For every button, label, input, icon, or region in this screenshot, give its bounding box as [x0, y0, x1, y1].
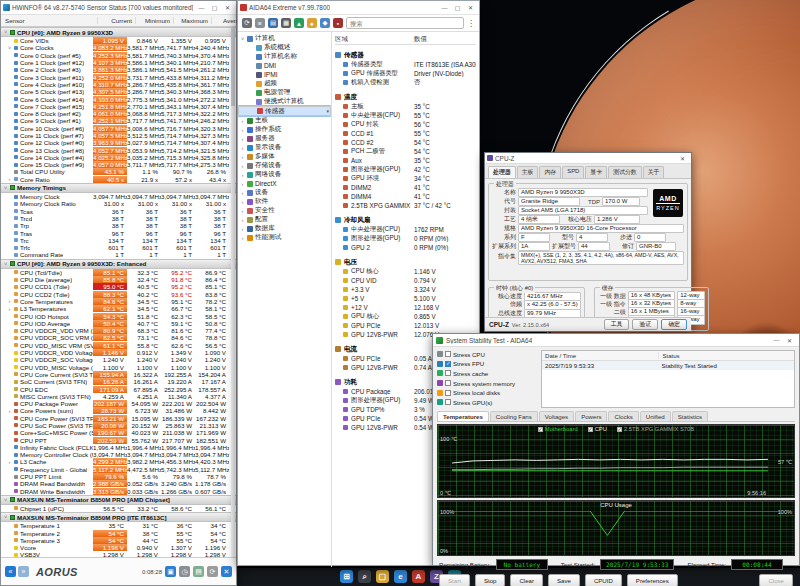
tree-item-DMI[interactable]: DMI: [238, 61, 331, 70]
sensor-value-row[interactable]: Aux35 °C: [335, 156, 476, 165]
tree-item-IPMI[interactable]: IPMI: [238, 70, 331, 79]
sensor-row[interactable]: Core VIDs1.095 V0.846 V1.355 V0.995 V: [1, 37, 236, 44]
sensor-row[interactable]: ›Core Temperatures84.6 °C34.5 °C95.1 °C7…: [1, 298, 236, 305]
sensor-row[interactable]: CPU VDD_MISC Voltage (SVI3 TFN)1.100 V1.…: [1, 363, 236, 370]
favorites-icon[interactable]: ▪: [333, 18, 343, 28]
validate-button[interactable]: 验证: [632, 319, 658, 330]
cpuz-titlebar[interactable]: CPU-Z: [485, 153, 691, 164]
sensor-row[interactable]: DRAM Read Bandwidth2.988 GB/s0.052 GB/s3…: [1, 480, 236, 487]
tab-主板[interactable]: 主板: [517, 166, 539, 178]
sensor-row[interactable]: ›L3 Temperatures62.1 °C34.5 °C66.7 °C58.…: [1, 305, 236, 312]
sensor-row[interactable]: Core 8 Clock (perf #2)4,061.0 MHz3,068.8…: [1, 110, 236, 117]
sensor-value-row[interactable]: GPU 环境34 °C: [335, 174, 476, 183]
cpuid-button[interactable]: CPUID: [585, 574, 622, 586]
legend-checkbox[interactable]: [617, 427, 622, 432]
sensor-value-row[interactable]: +5 V5.100 V: [335, 294, 476, 303]
sensor-value-row[interactable]: +3.3 V3.324 V: [335, 285, 476, 294]
stop-button[interactable]: Stop: [475, 574, 506, 586]
sensor-row[interactable]: CPU VDD_MISC VRM (SVI3 TFN)61.1 °C55.8 °…: [1, 342, 236, 349]
sensor-row[interactable]: Trp38 T38 T38 T38 T: [1, 222, 236, 229]
tools-button[interactable]: 工具: [604, 319, 630, 330]
tab-SPD[interactable]: SPD: [562, 166, 584, 178]
sensor-row[interactable]: Vcore1.196 V0.940 V1.307 V1.196 V: [1, 544, 236, 551]
sensor-row[interactable]: Trcd38 T38 T38 T38 T: [1, 215, 236, 222]
sensor-row[interactable]: Core 13 Clock (perf #8)4,052.7 MHz3,053.…: [1, 146, 236, 153]
search-input[interactable]: [346, 17, 464, 29]
sensor-row[interactable]: CPU Core Current (SVI3 TFN)155.94 A16.32…: [1, 371, 236, 378]
sensor-row[interactable]: Infinity Fabric Clock (FCLK)1,996.4 MHz1…: [1, 444, 236, 451]
sensors-icon[interactable]: ▣: [165, 566, 176, 577]
sensor-value-row[interactable]: PCH 二极管54 °C: [335, 147, 476, 156]
sensor-row[interactable]: DRAM Write Bandwidth3.313 GB/s0.033 GB/s…: [1, 488, 236, 495]
log-column-status[interactable]: Status: [659, 352, 794, 359]
sensor-value-row[interactable]: GPU 核心0.865 V: [335, 312, 476, 321]
minimize-button[interactable]: [195, 3, 208, 13]
sensor-row[interactable]: CPU PPT Limit79.6 %5.6 %79.8 %78.7 %: [1, 473, 236, 480]
close-button[interactable]: [676, 153, 689, 163]
sensor-row[interactable]: Core 10 Clock (perf #6)4,057.7 MHz3,008.…: [1, 125, 236, 132]
sensor-section-header[interactable]: ˅Memory Timings: [1, 183, 236, 193]
sensor-row[interactable]: CPU (Tctl/Tdie)85.1 °C32.3 °C95.2 °C86.9…: [1, 269, 236, 276]
aida64-titlebar[interactable]: AIDA64 Extreme v7.99.7800: [238, 1, 479, 15]
close-button[interactable]: [783, 335, 796, 345]
sensor-row[interactable]: Command Rate1 T1 T1 T1 T: [1, 251, 236, 258]
sensor-value-row[interactable]: 机箱入侵检测否: [335, 78, 476, 87]
legend-checkbox[interactable]: [538, 427, 543, 432]
tab-显卡[interactable]: 显卡: [585, 166, 607, 178]
sensor-row[interactable]: Core 14 Clock (perf #4)4,025.2 MHz3,035.…: [1, 154, 236, 161]
sensor-row[interactable]: Core 6 Clock (perf #14)4,103.0 MHz2,775.…: [1, 95, 236, 102]
sensor-row[interactable]: CPU IOD Hotspot54.3 °C51.8 °C62.3 °C58.5…: [1, 312, 236, 319]
sensor-value-row[interactable]: 传感器类型ITE IT8613E (ISA A30h): [335, 60, 476, 69]
stress-checkbox-Stress CPU[interactable]: Stress CPU: [437, 350, 537, 359]
tree-item-DirectX[interactable]: ›DirectX: [238, 179, 331, 188]
maximize-button[interactable]: [451, 3, 464, 13]
sensor-row[interactable]: Memory Controller Clock (UCLK)3,094.7 MH…: [1, 451, 236, 458]
sensor-row[interactable]: ›L3 Cache4,299.2 MHz3,982.2 MHz4,456.3 M…: [1, 458, 236, 465]
tree-item-系统概述[interactable]: 系统概述: [238, 43, 331, 52]
sensor-value-row[interactable]: CCD #155 °C: [335, 129, 476, 138]
sensor-section-header[interactable]: ˅MAXSUN MS-Terminator B850M PRO [ITE IT8…: [1, 512, 236, 522]
sensor-row[interactable]: Core 7 Clock (perf #15)4,251.8 MHz2,770.…: [1, 103, 236, 110]
wizard-icon[interactable]: ◆: [320, 18, 330, 28]
sensor-row[interactable]: Core 0 Clock (perf #5)4,252.3 MHz3,581.7…: [1, 52, 236, 59]
sensor-row[interactable]: CPU VDDCR_VDD VRM (SVI3 TFN)80.9 °C68.3 …: [1, 327, 236, 334]
tree-item-服务器[interactable]: ›服务器: [238, 134, 331, 143]
sensor-row[interactable]: CPU IOD Average50.4 °C40.7 °C59.1 °C50.8…: [1, 320, 236, 327]
tree-item-便携式计算机[interactable]: 便携式计算机: [238, 97, 331, 106]
sensor-value-row[interactable]: 中央处理器(CPU)55 °C: [335, 111, 476, 120]
sensor-value-row[interactable]: CPU 核心1.146 V: [335, 267, 476, 276]
start-icon[interactable]: ⊞: [340, 570, 353, 583]
sensor-row[interactable]: ›Core Powers (sum)28.73 W6.723 W31.486 W…: [1, 407, 236, 414]
legend-checkbox[interactable]: [588, 427, 593, 432]
sensor-row[interactable]: CPU VDDCR_VDD Voltage (SVI3 TFN)1.146 V0…: [1, 349, 236, 356]
legend-item-CPU[interactable]: CPU: [588, 426, 607, 432]
sensor-section-header[interactable]: ˅MAXSUN MS-Terminator B850M PRO [AMD Chi…: [1, 495, 236, 505]
log-row[interactable]: 2025/7/19 9:53:33Stability Test Started: [542, 361, 794, 370]
tab-Unified[interactable]: Unified: [640, 411, 671, 421]
tree-item-存储设备[interactable]: ›存储设备: [238, 161, 331, 170]
sensor-row[interactable]: CPU Core Power (SVI3 TFN)165.21 W15.095 …: [1, 415, 236, 422]
tree-item-设备[interactable]: ›设备: [238, 188, 331, 197]
save-button[interactable]: Save: [548, 574, 580, 586]
hwinfo-titlebar[interactable]: HWiNFO® 64 v8.27-5740 Sensor Status [700…: [1, 1, 236, 15]
refresh-icon[interactable]: ⟳: [207, 566, 218, 577]
sensor-row[interactable]: Tcas36 T36 T36 T36 T: [1, 208, 236, 215]
tab-内存[interactable]: 内存: [539, 166, 561, 178]
close-icon[interactable]: ✕: [221, 566, 232, 577]
stress-checkbox-Stress FPU[interactable]: Stress FPU: [437, 360, 537, 369]
sensor-value-row[interactable]: CPU VID0.794 V: [335, 276, 476, 285]
edge-icon[interactable]: e: [394, 570, 407, 583]
tree-item-安全性[interactable]: ›安全性: [238, 206, 331, 215]
sensor-value-row[interactable]: CPU 封装56 °C: [335, 120, 476, 129]
clear-button[interactable]: Clear: [510, 574, 543, 586]
clock-icon[interactable]: ◷: [179, 566, 190, 577]
sensor-section-header[interactable]: ˅CPU [#0]: AMD Ryzen 9 9950X3D: [1, 27, 236, 37]
sensor-row[interactable]: ˅Core Clocks4,083.2 MHz3,581.7 MHz5,741.…: [1, 44, 236, 51]
search-icon[interactable]: ⌕: [358, 570, 371, 583]
minimize-button[interactable]: [438, 3, 451, 13]
sensor-row[interactable]: CPU SoC Power (SVI3 TFN)20.08 W20.152 W2…: [1, 422, 236, 429]
sensor-value-row[interactable]: 图形处理器(GPU)42 °C: [335, 165, 476, 174]
tree-item-软件[interactable]: ›软件: [238, 197, 331, 206]
close-button[interactable]: Close: [759, 574, 793, 586]
stress-checkbox-Stress GPU(s)[interactable]: Stress GPU(s): [437, 398, 537, 407]
